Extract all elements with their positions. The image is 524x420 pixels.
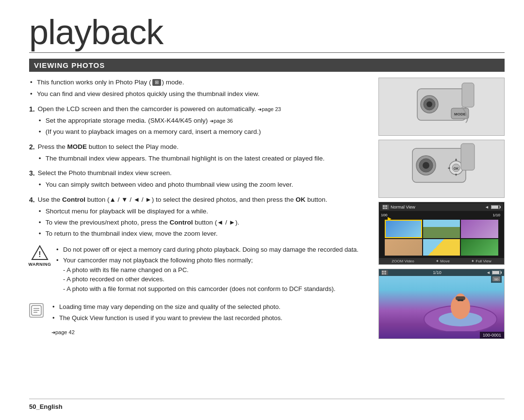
svg-rect-41 [382,271,384,273]
page-footer: 50_English [29,399,505,410]
warning-bullets: Do not power off or eject a memory card … [55,245,369,294]
storage-icon: SD [492,276,500,281]
page-title: playback [29,15,505,49]
title-divider [29,52,505,53]
image-1-camcorder-mode: MODE [378,78,505,136]
svg-rect-44 [384,273,386,275]
image-4-full-view: 1/10 ◄ SD 100-0001 [378,269,505,339]
battery-icon [491,205,501,209]
svg-rect-39 [460,299,463,301]
text-column: This function works only in Photo Play (… [29,78,369,397]
svg-rect-37 [456,296,465,300]
step-4-text: Use the Control button (▲ / ▼ / ◄ / ►) t… [38,196,328,203]
camcorder-1-svg: MODE [388,79,495,135]
step-2: 2. Press the MODE button to select the P… [29,142,369,165]
thumb-header: Normal View ◄ [380,203,503,211]
svg-rect-46 [492,271,499,274]
svg-text:!: ! [38,250,41,258]
thumb-footer: ZOOM Video ✦ Move ✦ Full View [379,258,504,264]
step-2-subbullets: The thumbnail index view appears. The th… [38,154,369,164]
warning-bullet-1: Do not power off or eject a memory card … [55,245,369,255]
note-content: Loading time may vary depending on the s… [51,302,369,337]
svg-rect-24 [461,144,475,170]
full-view-battery: ◄ [486,270,502,275]
svg-rect-26 [383,205,385,207]
image-2-camcorder-ok: OK ▲ ▼ ◄ ► [378,140,505,198]
step-3-number: 3. [29,168,35,191]
svg-rect-28 [383,208,385,209]
full-view-nav: ◄ [486,270,491,275]
note-box: Loading time may vary depending on the s… [29,302,369,337]
intro-bullets: This function works only in Photo Play (… [29,78,369,99]
warning-icon-col: ! WARNING [29,245,50,268]
camcorder-2-wrapper: OK ▲ ▼ ◄ ► [379,140,504,197]
svg-rect-43 [382,273,384,275]
section-header: VIEWING PHOTOS [29,59,505,72]
step-1-number: 1. [29,104,35,138]
warning-triangle-icon: ! [31,245,49,260]
svg-text:OK: OK [454,167,459,170]
step-4: 4. Use the Control button (▲ / ▼ / ◄ / ►… [29,195,369,240]
full-view-page-counter: 1/10 [433,270,442,275]
step-4-content: Use the Control button (▲ / ▼ / ◄ / ►) t… [38,195,369,240]
thumb-grid [380,211,503,257]
thumb-cell-5 [423,239,460,256]
step-1-sub-1: Set the appropriate storage media. (SMX-… [38,116,369,126]
warning-bullet-2: Your camcorder may not playback the foll… [55,256,369,293]
intro-bullet-2: You can find and view desired photos qui… [29,89,369,99]
thumb-header-right: ◄ [485,205,501,210]
step-1-ref: page 23 [258,105,281,113]
full-view-storage: SD [491,276,502,283]
step-3-text: Select the Photo thumbnail index view sc… [38,169,172,177]
full-view-header-left [381,270,388,275]
camcorder-1-wrapper: MODE [379,78,504,135]
thumb-page-counter: 1/10 [492,213,500,217]
svg-point-9 [426,101,432,107]
svg-text:▲: ▲ [454,157,458,162]
note-ref: page 42 [51,328,75,337]
step-3-sub-1: You can simply switch between video and … [38,180,369,190]
full-view-bg [379,269,504,339]
step-3: 3. Select the Photo thumbnail index view… [29,168,369,191]
svg-point-16 [423,162,429,169]
full-view-header: 1/10 ◄ [379,269,504,276]
inflatable-ring [422,292,499,331]
thumb-footer-fullview: ✦ Full View [471,259,491,263]
mode-icon [152,79,161,86]
step-2-sub-1: The thumbnail index view appears. The th… [38,154,369,164]
step-4-sub-3: To return to the thumbnail index view, m… [38,229,369,239]
svg-rect-32 [500,206,501,208]
right-column: MODE [378,78,505,397]
step-2-number: 2. [29,142,35,165]
step-2-text: Press the MODE button to select the Play… [38,143,179,150]
thumb-cell-4 [385,239,422,256]
thumb-cell-6 [461,239,498,256]
ring-svg [422,292,499,331]
thumb-cell-1 [385,220,422,238]
intro-bullet-1: This function works only in Photo Play (… [29,78,369,88]
step-4-number: 4. [29,195,35,240]
step-3-subbullets: You can simply switch between video and … [38,180,369,190]
thumb-footer-move: ✦ Move [436,259,450,263]
thumb-cell-3 [461,220,498,238]
svg-rect-38 [458,299,460,301]
svg-text:MODE: MODE [454,112,466,116]
note-icon [29,303,44,318]
svg-rect-27 [385,205,387,207]
thumb-header-title: Normal View [391,205,415,210]
svg-rect-47 [501,272,502,274]
main-content: This function works only in Photo Play (… [29,78,505,397]
step-4-subbullets: Shortcut menu for playback will be displ… [38,207,369,239]
page-container: playback VIEWING PHOTOS This function wo… [0,0,524,420]
note-symbol-icon [31,305,42,316]
svg-text:SD: SD [494,278,499,281]
step-1-sub-2: (If you want to playback images on a mem… [38,127,369,137]
warning-box: ! WARNING Do not power off or eject a me… [29,245,369,299]
camcorder-2-svg: OK ▲ ▼ ◄ ► [388,141,495,197]
note-bullet-2: The Quick View function is used if you w… [51,313,369,323]
image-3-thumbnail-view: Normal View ◄ 100 1/10 ▶ [378,202,505,265]
footer-text: 50_English [29,403,63,410]
thumb-counter-value: 100 [381,213,387,217]
note-bullet-1: Loading time may vary depending on the s… [51,302,369,312]
photo-mode-icon [382,205,389,210]
